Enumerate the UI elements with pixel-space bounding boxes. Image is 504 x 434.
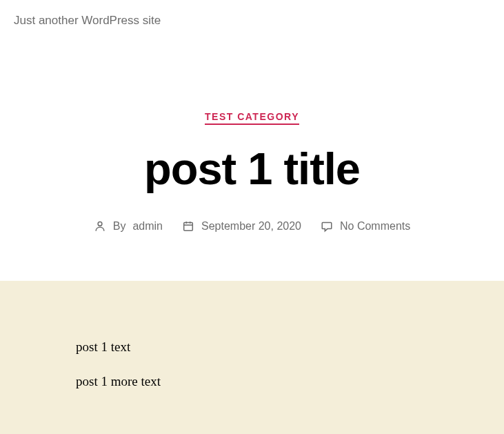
calendar-icon: [182, 220, 194, 233]
post-meta: By admin September 20, 2020 No Comments: [14, 220, 490, 233]
meta-comments: No Comments: [321, 220, 410, 233]
user-icon: [94, 220, 106, 233]
date-link[interactable]: September 20, 2020: [201, 220, 301, 233]
content-paragraph: post 1 text: [76, 339, 490, 355]
post-header: TEST CATEGORY post 1 title By admin: [0, 28, 504, 281]
category-link[interactable]: TEST CATEGORY: [205, 111, 299, 125]
svg-rect-1: [184, 223, 193, 231]
site-tagline: Just another WordPress site: [0, 0, 504, 28]
svg-point-0: [98, 222, 102, 226]
meta-date: September 20, 2020: [182, 220, 301, 233]
author-link[interactable]: admin: [132, 220, 163, 233]
post-content: post 1 text post 1 more text: [0, 281, 504, 434]
meta-author: By admin: [94, 220, 163, 233]
comments-link[interactable]: No Comments: [340, 220, 410, 233]
by-label: By: [113, 220, 126, 233]
post-title: post 1 title: [14, 146, 490, 193]
content-paragraph: post 1 more text: [76, 374, 490, 389]
comment-icon: [321, 220, 333, 233]
